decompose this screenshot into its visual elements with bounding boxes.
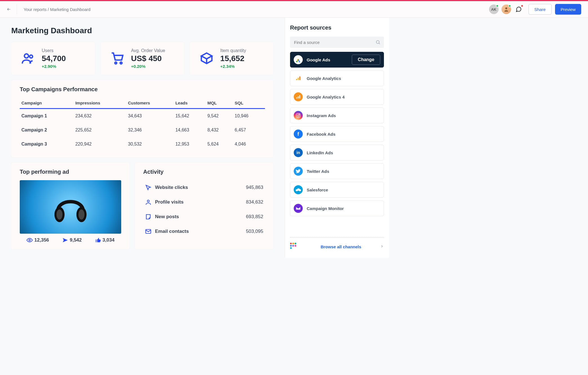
source-salesforce[interactable]: Salesforce (290, 182, 384, 198)
sidebar-sources: Report sources Google Ads Change Google … (285, 18, 389, 258)
user-icon (145, 199, 152, 206)
box-icon (198, 50, 215, 67)
col-impressions: Impressions (74, 98, 126, 109)
main-content: Marketing Dashboard Users 54,700 +2.90% … (0, 18, 285, 258)
source-linkedin-ads[interactable]: in LinkedIn Ads (290, 145, 384, 160)
svg-point-24 (299, 114, 300, 115)
table-row: Campaign 1 234,632 34,643 15,642 9,542 1… (20, 108, 265, 123)
source-google-analytics[interactable]: Google Analytics (290, 70, 384, 86)
person-icon (503, 6, 509, 12)
headphones-icon (49, 186, 92, 228)
activity-row: Website clicks 945,863 (143, 180, 265, 195)
svg-point-4 (115, 62, 117, 64)
avatar-photo[interactable] (501, 5, 511, 14)
svg-point-13 (376, 41, 379, 44)
avatar-group: AK (489, 5, 523, 14)
source-facebook-ads[interactable]: f Facebook Ads (290, 126, 384, 142)
col-leads: Leads (174, 98, 205, 109)
source-google-ads[interactable]: Google Ads Change (290, 52, 384, 68)
kpi-delta: +2.90% (42, 64, 66, 69)
chat-icon (516, 6, 522, 12)
col-sql: SQL (233, 98, 265, 109)
browse-all-channels[interactable]: Browse all channels (290, 237, 384, 251)
google-analytics-icon (294, 74, 303, 83)
campaigns-title: Top Campaigns Performance (20, 86, 265, 93)
campaign-monitor-icon (294, 204, 303, 213)
share-button[interactable]: Share (529, 4, 552, 15)
svg-rect-16 (296, 79, 297, 80)
svg-point-9 (79, 209, 85, 220)
topbar: Your reports / Marketing Dashboard AK Sh… (0, 1, 588, 18)
col-campaign: Campaign (20, 98, 74, 109)
svg-point-27 (299, 189, 301, 191)
search-input[interactable] (290, 37, 384, 48)
kpi-users: Users 54,700 +2.90% (11, 42, 95, 75)
kpi-value: 54,700 (42, 54, 66, 63)
chevron-right-icon (380, 244, 384, 249)
back-button[interactable] (7, 4, 17, 14)
top-ad-card: Top performing ad 12,356 (11, 162, 130, 249)
page-title: Marketing Dashboard (11, 26, 273, 35)
send-icon (62, 237, 68, 243)
activity-row: Email contacts 503,095 (143, 224, 265, 239)
ad-views: 12,356 (26, 237, 49, 243)
search-icon (375, 40, 381, 45)
col-customers: Customers (126, 98, 174, 109)
avatar-ak[interactable]: AK (489, 5, 499, 14)
cursor-icon (145, 184, 152, 191)
table-row: Campaign 2 225,652 32,346 14,663 8,432 6… (20, 123, 265, 137)
kpi-aov: Avg. Order Value US$ 450 +0.20% (101, 42, 184, 75)
source-search (290, 37, 384, 48)
salesforce-icon (294, 185, 303, 194)
breadcrumb[interactable]: Your reports / Marketing Dashboard (24, 7, 90, 12)
twitter-icon (294, 167, 303, 176)
activity-card: Activity Website clicks 945,863 Profile … (135, 162, 273, 249)
svg-point-15 (296, 61, 298, 62)
activity-title: Activity (143, 169, 265, 175)
kpi-value: 15,652 (220, 54, 246, 63)
thumbs-up-icon (95, 237, 101, 243)
svg-rect-17 (298, 78, 299, 80)
preview-button[interactable]: Preview (555, 4, 581, 15)
activity-row: New posts 693,852 (143, 209, 265, 224)
source-twitter-ads[interactable]: Twitter Ads (290, 163, 384, 179)
instagram-icon (294, 111, 303, 120)
arrow-left-icon (7, 6, 11, 12)
change-button[interactable]: Change (352, 55, 380, 65)
top-ad-title: Top performing ad (20, 169, 121, 175)
svg-rect-19 (296, 97, 297, 99)
channels-grid-icon (290, 243, 299, 251)
source-google-analytics-4[interactable]: Google Analytics 4 (290, 89, 384, 105)
ad-likes: 3,034 (95, 237, 115, 243)
ad-image (20, 180, 121, 234)
ad-shares: 9,542 (62, 237, 82, 243)
eye-icon (26, 237, 33, 243)
status-dot-icon (508, 5, 511, 7)
svg-rect-21 (299, 95, 300, 99)
sidebar-title: Report sources (290, 24, 384, 31)
status-dot-icon (496, 5, 499, 7)
svg-point-11 (147, 200, 149, 202)
kpi-delta: +2.34% (220, 64, 246, 69)
table-row: Campaign 3 220,942 30,532 12,953 5,624 4… (20, 137, 265, 151)
svg-point-3 (30, 55, 32, 58)
kpi-value: US$ 450 (131, 54, 165, 63)
cart-icon (109, 50, 126, 67)
svg-point-10 (29, 239, 30, 241)
kpi-label: Item quantity (220, 48, 246, 53)
svg-point-23 (297, 115, 299, 116)
kpi-label: Users (42, 48, 66, 53)
facebook-icon: f (294, 130, 303, 139)
svg-point-1 (505, 7, 507, 9)
svg-line-14 (379, 43, 380, 44)
svg-rect-20 (298, 96, 299, 99)
chat-button[interactable] (514, 5, 523, 14)
mail-icon (145, 228, 152, 235)
source-instagram-ads[interactable]: Instagram Ads (290, 108, 384, 123)
svg-point-5 (120, 62, 122, 64)
kpi-delta: +0.20% (131, 64, 165, 69)
campaigns-card: Top Campaigns Performance Campaign Impre… (11, 80, 273, 157)
users-icon (20, 50, 37, 67)
source-campaign-monitor[interactable]: Campaign Monitor (290, 200, 384, 216)
notification-dot-icon (521, 5, 523, 7)
